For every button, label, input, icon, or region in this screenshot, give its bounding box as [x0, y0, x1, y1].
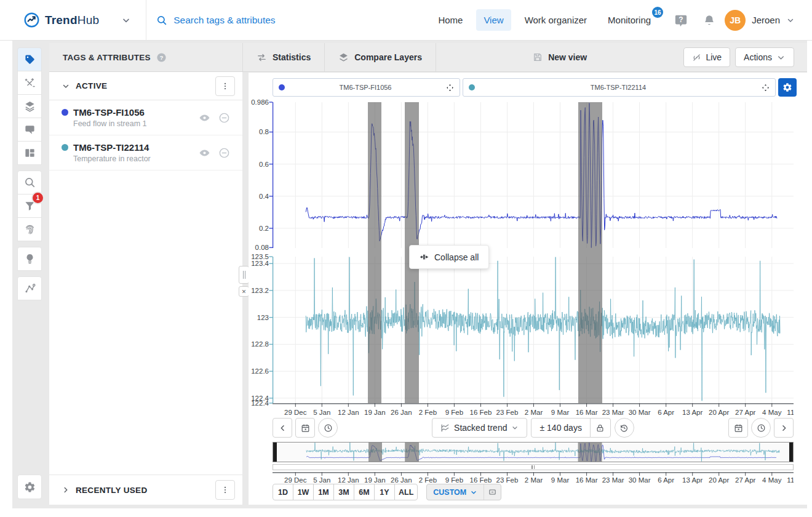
range-button-1m[interactable]: 1M [313, 484, 334, 500]
trend-type-select[interactable]: Stacked trend [432, 418, 527, 438]
x-axis-tick-label: 9 Feb [445, 409, 463, 416]
range-button-all[interactable]: ALL [394, 484, 418, 500]
active-section-menu-button[interactable] [215, 76, 235, 96]
live-off-icon [692, 53, 701, 62]
x-axis-tick-label: 9 Mar [551, 409, 569, 416]
lock-window-button[interactable] [590, 418, 611, 438]
search-icon [24, 177, 36, 188]
sidebar-settings-button[interactable] [17, 475, 42, 499]
tool-rail: 1 [17, 47, 42, 300]
notifications-bell-icon[interactable] [703, 14, 716, 27]
rail-tool-filters[interactable]: 1 [17, 194, 42, 218]
rail-tool-insights[interactable] [17, 247, 42, 271]
history-button[interactable] [615, 418, 634, 438]
help-circle-icon[interactable]: ? [156, 52, 167, 63]
view-actions: Live Actions [683, 47, 807, 67]
pan-right-button[interactable] [774, 418, 794, 438]
tags-panel-header: TAGS & ATTRIBUTES ? [49, 43, 242, 72]
tag-description: Temperature in reactor [73, 154, 199, 163]
remove-tag-icon[interactable] [218, 112, 230, 124]
global-search-input[interactable]: Search tags & attributes [156, 15, 316, 26]
tag-row-tm6-tsp-fi1056[interactable]: TM6-TSP-FI1056Feed flow in stream 1 [49, 100, 242, 135]
fingerprint-icon [24, 223, 36, 235]
legend-item-fi1056[interactable]: TM6-TSP-FI1056 [273, 78, 460, 97]
user-name: Jeroen [752, 15, 780, 25]
visibility-eye-icon[interactable] [199, 112, 210, 124]
nav-item-home[interactable]: Home [431, 9, 470, 31]
clock-icon [757, 423, 766, 433]
range-button-1w[interactable]: 1W [293, 484, 314, 500]
nav-item-view[interactable]: View [476, 9, 511, 31]
rail-tool-comments[interactable] [17, 118, 42, 142]
y-axis-tick-label: 122.6 [242, 367, 269, 375]
lock-icon [595, 423, 605, 433]
brand[interactable]: TrendHub [0, 12, 131, 28]
chevron-right-icon [779, 423, 789, 433]
nav-item-work-organizer[interactable]: Work organizer [517, 9, 594, 31]
visibility-eye-icon[interactable] [199, 147, 210, 159]
x-axis-tick-label: 11 May [787, 476, 794, 484]
panel-resize-handle[interactable] [239, 266, 249, 284]
range-handle-left[interactable] [273, 443, 277, 462]
move-icon[interactable] [762, 84, 770, 92]
legend-item-ti22114[interactable]: TM6-TSP-TI22114 [463, 78, 776, 97]
compare-layers-button[interactable]: Compare Layers [325, 43, 436, 71]
pan-left-button[interactable] [273, 418, 292, 438]
series-color-dot [469, 84, 475, 90]
tag-row-tm6-tsp-ti22114[interactable]: TM6-TSP-TI22114Temperature in reactor [49, 135, 242, 170]
time-range-presets: 1D1W1M3M6M1YALL CUSTOM [273, 484, 501, 500]
range-button-1y[interactable]: 1Y [374, 484, 395, 500]
chevron-right-icon [62, 486, 70, 494]
live-button[interactable]: Live [683, 47, 730, 67]
overview-minimap[interactable] [273, 442, 794, 462]
active-section-header[interactable]: ACTIVE [49, 72, 242, 100]
trend-plot-fi1056[interactable]: 0.9860.80.60.40.20.08 [273, 102, 794, 248]
gear-icon [24, 481, 36, 493]
custom-range-button[interactable]: CUSTOM [427, 484, 484, 500]
rail-tool-calculations[interactable] [17, 71, 42, 95]
rail-tool-connections[interactable] [17, 276, 42, 300]
actions-button[interactable]: Actions [735, 47, 794, 67]
remove-tag-icon[interactable] [218, 147, 230, 159]
user-menu[interactable]: JB Jeroen [725, 10, 812, 31]
trend-plot-ti22114[interactable]: 123.5123.4123.2123122.8122.6122.4122.4 [273, 257, 794, 403]
scrollbar-grip[interactable] [528, 465, 538, 469]
save-icon[interactable] [533, 52, 543, 62]
range-button-1d[interactable]: 1D [273, 484, 293, 500]
recently-used-section-header[interactable]: RECENTLY USED [49, 475, 242, 505]
range-button-6m[interactable]: 6M [354, 484, 375, 500]
range-button-3m[interactable]: 3M [333, 484, 354, 500]
rail-tool-tags[interactable] [17, 47, 42, 71]
tag-color-dot [62, 144, 68, 151]
nav-item-monitoring[interactable]: Monitoring16 [600, 9, 658, 31]
recently-used-menu-button[interactable] [215, 480, 235, 500]
y-axis-tick-label: 0.2 [242, 224, 269, 233]
gear-icon [782, 82, 792, 92]
search-placeholder: Search tags & attributes [173, 15, 275, 26]
time-scrollbar[interactable] [273, 464, 794, 470]
start-date-button[interactable] [295, 418, 315, 438]
move-icon[interactable] [446, 84, 454, 92]
expand-range-button[interactable] [484, 484, 501, 500]
x-axis-tick-label: 6 Apr [658, 409, 674, 416]
clock-icon [324, 423, 333, 433]
time-window-button[interactable]: ± 140 days [531, 418, 590, 438]
x-axis-tick-label: 6 Apr [658, 476, 674, 484]
rail-tool-fingerprint[interactable] [17, 217, 42, 241]
range-handle-right[interactable] [789, 443, 793, 462]
chart-settings-button[interactable] [778, 78, 797, 97]
top-navbar: TrendHub Search tags & attributes HomeVi… [0, 0, 812, 41]
statistics-button[interactable]: Statistics [242, 43, 325, 71]
end-date-button[interactable] [728, 418, 748, 438]
brand-chevron-down-icon[interactable] [121, 15, 131, 25]
collapse-all-button[interactable]: Collapse all [409, 245, 489, 269]
help-icon[interactable]: ? [674, 14, 688, 27]
rail-tool-dashboards[interactable] [17, 141, 42, 165]
end-time-button[interactable] [751, 418, 771, 438]
start-time-button[interactable] [318, 418, 338, 438]
main-nav: HomeViewWork organizerMonitoring16 [431, 9, 658, 31]
rail-tool-layers[interactable] [17, 94, 42, 118]
x-axis-tick-label: 20 Apr [709, 409, 729, 416]
comment-icon [24, 124, 36, 135]
tag-color-dot [62, 109, 68, 116]
